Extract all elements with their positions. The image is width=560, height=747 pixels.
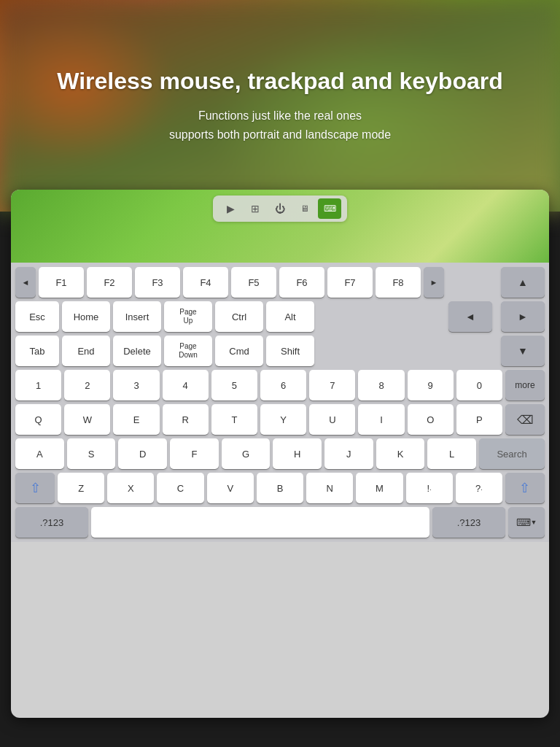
keyboard-container: ◄ F1 F2 F3 F4 F5 F6 F7 F8 ► ▲ Esc Home I… [11, 263, 549, 542]
key-s[interactable]: S [67, 438, 116, 469]
key-c[interactable]: C [157, 473, 203, 503]
device-frame: ▶ ⊞ ⏻ 🖥 ⌨ ◄ F1 F2 F3 F4 F5 F6 F7 F8 ► [11, 190, 549, 718]
key-p[interactable]: P [456, 404, 502, 435]
toolbar: ▶ ⊞ ⏻ 🖥 ⌨ [213, 196, 347, 222]
key-e[interactable]: E [113, 404, 159, 435]
toolbar-grid-btn[interactable]: ⊞ [244, 198, 267, 219]
key-q[interactable]: Q [15, 404, 61, 435]
key-exclaim[interactable]: !. [406, 473, 453, 503]
key-8[interactable]: 8 [358, 370, 404, 400]
special-row-2: Tab End Delete PageDown Cmd Shift ▼ [15, 336, 545, 366]
key-n[interactable]: N [306, 473, 353, 503]
key-g[interactable]: G [222, 438, 271, 469]
toolbar-power-btn[interactable]: ⏻ [268, 198, 292, 219]
key-6[interactable]: 6 [260, 370, 306, 400]
key-f5[interactable]: F5 [231, 267, 276, 298]
key-cmd[interactable]: Cmd [215, 336, 263, 366]
key-u[interactable]: U [309, 404, 355, 435]
toolbar-play-btn[interactable]: ▶ [219, 198, 242, 219]
key-f4[interactable]: F4 [183, 267, 228, 298]
key-1[interactable]: 1 [15, 370, 61, 400]
key-arrow-down[interactable]: ▼ [501, 336, 545, 366]
key-f8[interactable]: F8 [376, 267, 421, 298]
key-2[interactable]: 2 [64, 370, 110, 400]
key-d[interactable]: D [118, 438, 167, 469]
number-row: 1 2 3 4 5 6 7 8 9 0 more [15, 370, 545, 400]
key-w[interactable]: W [64, 404, 110, 435]
key-shift-left[interactable]: ⇧ [15, 473, 55, 503]
key-m[interactable]: M [356, 473, 402, 503]
key-0[interactable]: 0 [456, 370, 502, 400]
key-ctrl[interactable]: Ctrl [215, 301, 263, 332]
toolbar-keyboard-btn[interactable]: ⌨ [318, 198, 341, 219]
key-f1[interactable]: F1 [39, 267, 84, 298]
key-7[interactable]: 7 [309, 370, 355, 400]
qwerty-row: Q W E R T Y U I O P ⌫ [15, 404, 545, 435]
key-arrow-up[interactable]: ▲ [501, 267, 545, 298]
key-k[interactable]: K [376, 438, 425, 469]
key-delete[interactable]: Delete [113, 336, 161, 366]
key-keyboard-dismiss[interactable]: ⌨▼ [508, 507, 545, 538]
key-t[interactable]: T [211, 404, 257, 435]
key-f7[interactable]: F7 [327, 267, 373, 298]
key-tab[interactable]: Tab [15, 336, 59, 366]
subheadline: Functions just like the real ones suppor… [169, 107, 391, 144]
fn-key-row: ◄ F1 F2 F3 F4 F5 F6 F7 F8 ► ▲ [15, 267, 545, 298]
key-o[interactable]: O [408, 404, 454, 435]
key-arrow-left[interactable]: ◄ [448, 301, 492, 332]
key-f6[interactable]: F6 [279, 267, 324, 298]
key-end[interactable]: End [62, 336, 110, 366]
screen-area: ▶ ⊞ ⏻ 🖥 ⌨ [11, 190, 549, 263]
key-9[interactable]: 9 [408, 370, 454, 400]
key-question[interactable]: ?. [456, 473, 502, 503]
key-i[interactable]: I [358, 404, 404, 435]
bottom-row: .?123 .?123 ⌨▼ [15, 507, 545, 538]
key-page-down[interactable]: PageDown [164, 336, 212, 366]
key-5[interactable]: 5 [211, 370, 257, 400]
key-alt[interactable]: Alt [266, 301, 314, 332]
key-f3[interactable]: F3 [135, 267, 180, 298]
key-right-arrow-fn[interactable]: ► [424, 267, 444, 298]
key-j[interactable]: J [324, 438, 373, 469]
key-a[interactable]: A [15, 438, 64, 469]
headline: Wireless mouse, trackpad and keyboard [57, 68, 503, 95]
key-z[interactable]: Z [58, 473, 104, 503]
key-shift-right[interactable]: ⇧ [505, 473, 545, 503]
key-more[interactable]: more [505, 370, 545, 400]
key-4[interactable]: 4 [163, 370, 209, 400]
key-symbols-right[interactable]: .?123 [432, 507, 505, 538]
special-row-1: Esc Home Insert PageUp Ctrl Alt ◄ ► [15, 301, 545, 332]
key-h[interactable]: H [273, 438, 322, 469]
key-v[interactable]: V [207, 473, 254, 503]
key-search[interactable]: Search [479, 438, 545, 469]
key-r[interactable]: R [163, 404, 209, 435]
key-space[interactable] [91, 507, 429, 538]
key-arrow-right[interactable]: ► [501, 301, 545, 332]
key-backspace[interactable]: ⌫ [505, 404, 545, 435]
key-page-up[interactable]: PageUp [164, 301, 212, 332]
key-3[interactable]: 3 [113, 370, 159, 400]
key-b[interactable]: B [257, 473, 303, 503]
key-f2[interactable]: F2 [87, 267, 132, 298]
key-l[interactable]: L [427, 438, 476, 469]
key-insert[interactable]: Insert [113, 301, 161, 332]
key-x[interactable]: X [107, 473, 154, 503]
key-home[interactable]: Home [62, 301, 110, 332]
key-y[interactable]: Y [260, 404, 306, 435]
key-shift-special[interactable]: Shift [266, 336, 314, 366]
key-esc[interactable]: Esc [15, 301, 59, 332]
key-left-arrow[interactable]: ◄ [15, 267, 36, 298]
zxcv-row: ⇧ Z X C V B N M !. ?. ⇧ [15, 473, 545, 503]
key-symbols-left[interactable]: .?123 [15, 507, 88, 538]
asdf-row: A S D F G H J K L Search [15, 438, 545, 469]
toolbar-monitor-btn[interactable]: 🖥 [293, 198, 316, 219]
key-f[interactable]: F [170, 438, 219, 469]
